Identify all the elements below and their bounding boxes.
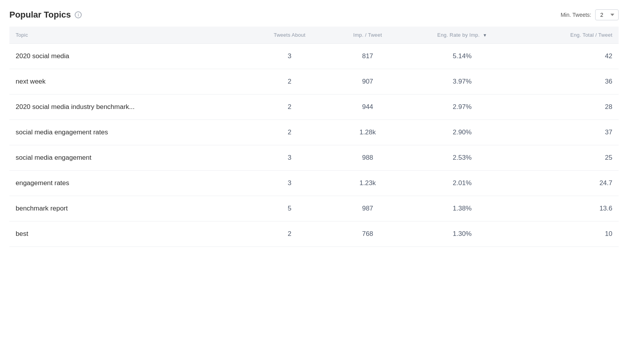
- cell-imp-per-tweet: 988: [330, 145, 406, 171]
- cell-topic: next week: [9, 69, 249, 95]
- min-tweets-label: Min. Tweets:: [561, 12, 591, 18]
- cell-tweets-about: 5: [249, 196, 330, 221]
- table-row: engagement rates31.23k2.01%24.7: [9, 171, 619, 196]
- col-header-eng-total: Eng. Total / Tweet: [519, 27, 619, 44]
- cell-topic: benchmark report: [9, 196, 249, 221]
- cell-eng-rate: 2.97%: [406, 95, 519, 120]
- cell-tweets-about: 2: [249, 95, 330, 120]
- cell-eng-total: 25: [519, 145, 619, 171]
- table-wrapper: Topic Tweets About Imp. / Tweet Eng. Rat…: [9, 27, 619, 247]
- col-header-tweets-about: Tweets About: [249, 27, 330, 44]
- cell-eng-rate: 2.90%: [406, 120, 519, 145]
- table-body: 2020 social media38175.14%42next week290…: [9, 44, 619, 247]
- table-row: 2020 social media38175.14%42: [9, 44, 619, 69]
- table-row: social media engagement rates21.28k2.90%…: [9, 120, 619, 145]
- cell-imp-per-tweet: 907: [330, 69, 406, 95]
- table-row: 2020 social media industry benchmark...2…: [9, 95, 619, 120]
- table-row: best27681.30%10: [9, 221, 619, 247]
- cell-imp-per-tweet: 768: [330, 221, 406, 247]
- cell-eng-rate: 3.97%: [406, 69, 519, 95]
- cell-tweets-about: 3: [249, 44, 330, 69]
- cell-tweets-about: 2: [249, 221, 330, 247]
- popular-topics-widget: Popular Topics i Min. Tweets: 2 3 4 5 10…: [0, 0, 628, 364]
- cell-imp-per-tweet: 987: [330, 196, 406, 221]
- table-row: next week29073.97%36: [9, 69, 619, 95]
- cell-eng-rate: 5.14%: [406, 44, 519, 69]
- widget-header: Popular Topics i Min. Tweets: 2 3 4 5 10: [9, 9, 619, 20]
- col-header-eng-rate[interactable]: Eng. Rate by Imp. ▼: [406, 27, 519, 44]
- cell-eng-total: 13.6: [519, 196, 619, 221]
- header-row: Topic Tweets About Imp. / Tweet Eng. Rat…: [9, 27, 619, 44]
- table-row: benchmark report59871.38%13.6: [9, 196, 619, 221]
- cell-eng-total: 37: [519, 120, 619, 145]
- header-left: Popular Topics i: [9, 10, 82, 20]
- cell-eng-total: 42: [519, 44, 619, 69]
- cell-eng-rate: 2.53%: [406, 145, 519, 171]
- table-row: social media engagement39882.53%25: [9, 145, 619, 171]
- cell-imp-per-tweet: 817: [330, 44, 406, 69]
- min-tweets-control: Min. Tweets: 2 3 4 5 10: [561, 9, 619, 20]
- cell-tweets-about: 3: [249, 171, 330, 196]
- cell-eng-rate: 1.30%: [406, 221, 519, 247]
- table-header: Topic Tweets About Imp. / Tweet Eng. Rat…: [9, 27, 619, 44]
- cell-tweets-about: 3: [249, 145, 330, 171]
- cell-eng-total: 10: [519, 221, 619, 247]
- cell-tweets-about: 2: [249, 120, 330, 145]
- info-icon[interactable]: i: [75, 11, 82, 18]
- cell-eng-rate: 1.38%: [406, 196, 519, 221]
- cell-imp-per-tweet: 1.23k: [330, 171, 406, 196]
- col-header-imp-per-tweet: Imp. / Tweet: [330, 27, 406, 44]
- cell-imp-per-tweet: 1.28k: [330, 120, 406, 145]
- cell-topic: best: [9, 221, 249, 247]
- popular-topics-table: Topic Tweets About Imp. / Tweet Eng. Rat…: [9, 27, 619, 247]
- cell-eng-total: 24.7: [519, 171, 619, 196]
- sort-arrow-icon: ▼: [483, 33, 487, 37]
- cell-imp-per-tweet: 944: [330, 95, 406, 120]
- min-tweets-select[interactable]: 2 3 4 5 10: [595, 9, 619, 20]
- cell-topic: social media engagement rates: [9, 120, 249, 145]
- cell-eng-total: 36: [519, 69, 619, 95]
- cell-topic: 2020 social media industry benchmark...: [9, 95, 249, 120]
- widget-title: Popular Topics: [9, 10, 71, 20]
- cell-topic: 2020 social media: [9, 44, 249, 69]
- cell-tweets-about: 2: [249, 69, 330, 95]
- cell-eng-rate: 2.01%: [406, 171, 519, 196]
- cell-topic: social media engagement: [9, 145, 249, 171]
- cell-eng-total: 28: [519, 95, 619, 120]
- col-header-topic: Topic: [9, 27, 249, 44]
- cell-topic: engagement rates: [9, 171, 249, 196]
